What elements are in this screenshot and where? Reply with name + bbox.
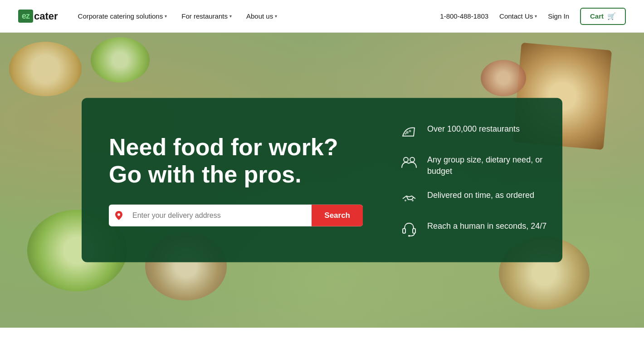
hero-card: Need food for work? Go with the pros. Se… — [82, 98, 562, 262]
location-icon — [109, 211, 129, 220]
logo-z-letter: z — [26, 11, 29, 20]
nav-corporate[interactable]: Corporate catering solutions ▾ — [73, 9, 173, 24]
phone-number: 1-800-488-1803 — [440, 12, 488, 20]
svg-point-4 — [410, 157, 415, 162]
search-input[interactable] — [129, 205, 312, 226]
svg-rect-7 — [403, 229, 405, 233]
logo[interactable]: ez cater — [18, 10, 58, 23]
chevron-down-icon: ▾ — [275, 14, 277, 19]
contact-us-link[interactable]: Contact Us ▾ — [499, 12, 537, 20]
chevron-down-icon: ▾ — [229, 14, 232, 19]
hero-section: Need food for work? Go with the pros. Se… — [0, 33, 644, 328]
chevron-down-icon: ▾ — [535, 14, 537, 19]
taco-icon — [399, 122, 419, 142]
feature-delivery: Delivered on time, as ordered — [399, 188, 553, 208]
food-small-top — [481, 60, 526, 96]
below-fold-section: Managing food for 🍱 — [0, 328, 644, 354]
food-bowl-1 — [9, 42, 82, 96]
svg-point-5 — [405, 200, 406, 202]
search-bar: Search — [109, 205, 363, 226]
headset-icon — [399, 219, 419, 239]
nav-right: 1-800-488-1803 Contact Us ▾ Sign In Cart… — [440, 8, 626, 25]
feature-group: Any group size, dietary need, or budget — [399, 152, 553, 177]
svg-point-2 — [405, 133, 406, 135]
svg-point-6 — [412, 200, 414, 202]
feature-delivery-text: Delivered on time, as ordered — [427, 188, 534, 201]
search-button[interactable]: Search — [312, 205, 363, 226]
hero-features: Over 100,000 restaurants Any group size,… — [399, 122, 553, 239]
logo-cater-text: cater — [34, 10, 58, 22]
feature-restaurants-text: Over 100,000 restaurants — [427, 122, 520, 135]
nav-links: Corporate catering solutions ▾ For resta… — [73, 9, 440, 24]
svg-point-3 — [404, 157, 408, 162]
chevron-down-icon: ▾ — [165, 14, 167, 19]
feature-support-text: Reach a human in seconds, 24/7 — [427, 219, 546, 232]
logo-ez-letter: e — [22, 11, 26, 20]
feature-support: Reach a human in seconds, 24/7 — [399, 219, 553, 239]
cart-icon: 🛒 — [607, 12, 616, 20]
nav-about[interactable]: About us ▾ — [241, 9, 283, 24]
nav-restaurants[interactable]: For restaurants ▾ — [176, 9, 237, 24]
hero-left: Need food for work? Go with the pros. Se… — [109, 134, 363, 226]
svg-point-9 — [408, 235, 410, 237]
logo-ez-box: ez — [18, 10, 33, 23]
sign-in-link[interactable]: Sign In — [548, 12, 569, 20]
svg-point-0 — [406, 131, 409, 134]
navbar: ez cater Corporate catering solutions ▾ … — [0, 0, 644, 33]
cart-button[interactable]: Cart 🛒 — [580, 8, 626, 25]
svg-point-1 — [409, 130, 411, 132]
food-bowl-2 — [91, 37, 150, 83]
handshake-icon — [399, 188, 419, 208]
hero-headline: Need food for work? Go with the pros. — [109, 134, 363, 188]
feature-restaurants: Over 100,000 restaurants — [399, 122, 553, 142]
group-icon — [399, 152, 419, 172]
svg-rect-8 — [413, 229, 415, 233]
feature-group-text: Any group size, dietary need, or budget — [427, 152, 553, 177]
